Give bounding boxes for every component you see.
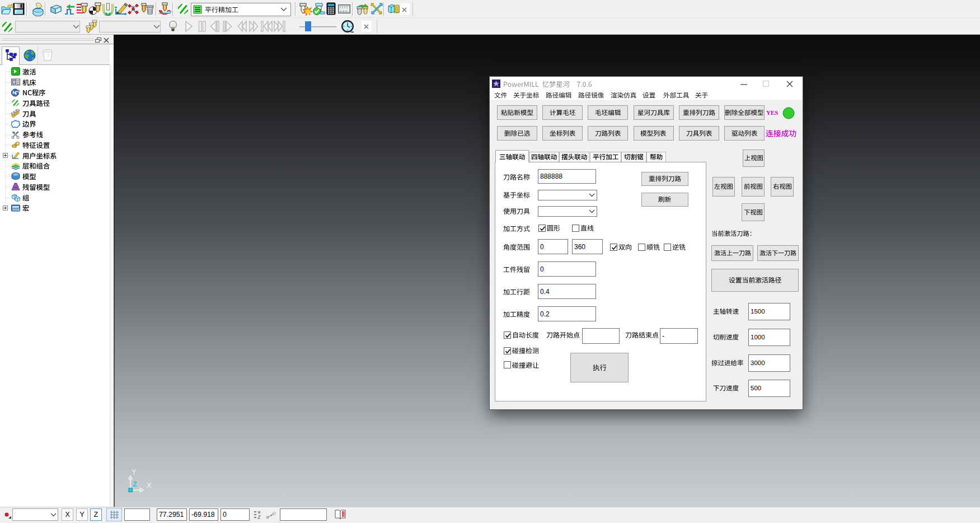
svg-text:X: X — [147, 481, 152, 489]
svg-text:Y: Y — [132, 468, 137, 476]
svg-text:Z: Z — [133, 480, 137, 488]
